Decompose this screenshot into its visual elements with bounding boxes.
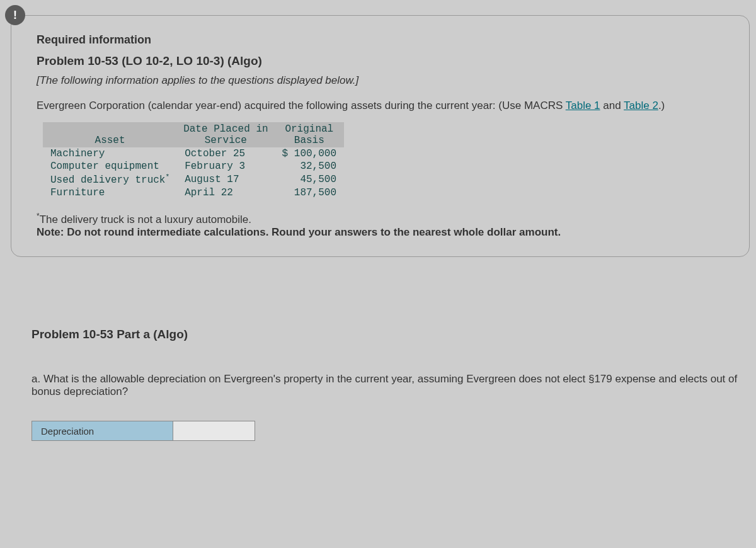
asset-cell: Used delivery truck* <box>43 173 177 186</box>
assets-table: Asset Date Placed in Service Original Ba… <box>43 122 344 199</box>
table-row: Machinery October 25 $ 100,000 <box>43 147 344 160</box>
table-header-row: Asset Date Placed in Service Original Ba… <box>43 122 344 147</box>
col-asset: Asset <box>43 122 177 147</box>
depreciation-label: Depreciation <box>32 421 173 441</box>
answer-row: Depreciation <box>32 421 743 441</box>
required-info-panel: Required information Problem 10-53 (LO 1… <box>11 15 750 257</box>
footnote-text: The delivery truck is not a luxury autom… <box>40 214 251 225</box>
basis-cell: 32,500 <box>275 160 344 173</box>
instruction-text: [The following information applies to th… <box>37 74 724 87</box>
problem-title: Problem 10-53 (LO 10-2, LO 10-3) (Algo) <box>37 54 724 68</box>
asset-cell: Machinery <box>43 147 177 160</box>
date-cell: August 17 <box>177 173 274 186</box>
table-row: Furniture April 22 187,500 <box>43 186 344 199</box>
asset-cell: Computer equipment <box>43 160 177 173</box>
asterisk-marker: * <box>165 173 169 181</box>
date-cell: April 22 <box>177 186 274 199</box>
col-basis: Original Basis <box>275 122 344 147</box>
required-info-heading: Required information <box>37 33 724 47</box>
table-row: Computer equipment February 3 32,500 <box>43 160 344 173</box>
col-date: Date Placed in Service <box>177 122 274 147</box>
note-text: Do not round intermediate calculations. … <box>67 226 561 238</box>
table2-link[interactable]: Table 2 <box>624 100 658 111</box>
date-cell: February 3 <box>177 160 274 173</box>
note-label: Note: <box>37 226 67 238</box>
footnote: *The delivery truck is not a luxury auto… <box>37 212 724 239</box>
basis-cell: 187,500 <box>275 186 344 199</box>
intro-suffix: .) <box>658 100 665 111</box>
table-row: Used delivery truck* August 17 45,500 <box>43 173 344 186</box>
asset-cell: Furniture <box>43 186 177 199</box>
depreciation-input[interactable] <box>173 421 255 441</box>
question-text: a. What is the allowable depreciation on… <box>32 373 743 398</box>
table1-link[interactable]: Table 1 <box>566 100 600 111</box>
alert-icon <box>5 5 25 25</box>
part-a-heading: Problem 10-53 Part a (Algo) <box>32 328 743 341</box>
basis-cell: $ 100,000 <box>275 147 344 160</box>
date-cell: October 25 <box>177 147 274 160</box>
part-a-section: Problem 10-53 Part a (Algo) a. What is t… <box>32 328 743 441</box>
intro-paragraph: Evergreen Corporation (calendar year-end… <box>37 100 724 112</box>
intro-prefix: Evergreen Corporation (calendar year-end… <box>37 100 566 111</box>
basis-cell: 45,500 <box>275 173 344 186</box>
intro-and: and <box>600 100 624 111</box>
